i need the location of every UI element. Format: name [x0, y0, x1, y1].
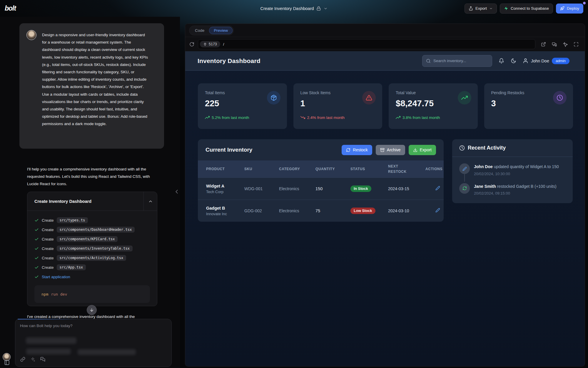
- blurred-suggestion: [26, 337, 76, 344]
- step-file[interactable]: src/types.ts: [57, 217, 88, 223]
- export-button[interactable]: Export: [465, 4, 497, 14]
- panel-left-icon[interactable]: [4, 360, 10, 365]
- tab-code[interactable]: Code: [190, 27, 209, 34]
- command-npm: npm: [41, 292, 48, 296]
- edit-pencil-icon[interactable]: [435, 208, 440, 213]
- trending-down-icon: [300, 115, 305, 120]
- activity-action: restocked Gadget B (+100 units): [497, 184, 557, 189]
- step-file[interactable]: src/components/ActivityLog.tsx: [57, 255, 126, 261]
- step-file[interactable]: src/components/DashboardHeader.tsx: [57, 227, 135, 233]
- column-header: STATUS: [350, 167, 388, 171]
- search-box: [422, 55, 492, 67]
- check-icon: [34, 275, 39, 279]
- editor-tabs-row: Code Preview: [185, 24, 585, 37]
- bell-icon[interactable]: [499, 58, 504, 64]
- edit-pencil-icon[interactable]: [435, 186, 440, 190]
- collapse-plan-button[interactable]: [143, 192, 157, 211]
- step-file[interactable]: src/App.tsx: [57, 264, 86, 270]
- deploy-button[interactable]: Deploy: [556, 4, 583, 14]
- step-action: Create: [42, 265, 54, 270]
- command-args: run dev: [51, 292, 67, 296]
- page-title: Inventory Dashboard: [198, 57, 260, 64]
- supabase-label: Connect to Supabase: [511, 6, 549, 11]
- download-icon: [413, 148, 417, 152]
- table-header: PRODUCT SKU CATEGORY QUANTITY STATUS NEX…: [198, 160, 444, 178]
- archive-icon: [380, 148, 385, 152]
- fullscreen-icon[interactable]: [574, 42, 579, 47]
- kpi-card-pending-restocks: Pending Restocks 3: [484, 83, 573, 129]
- sparkles-icon[interactable]: [30, 357, 35, 362]
- chat-icon[interactable]: [40, 357, 45, 362]
- kpi-trend: 3.8% from last month: [396, 115, 471, 120]
- next-restock-date: 2024-03-15: [388, 186, 425, 191]
- status-badge: Low Stock: [350, 208, 375, 214]
- activity-user: Jane Smith: [474, 184, 496, 189]
- collapse-chat-chevron-icon[interactable]: [173, 188, 180, 195]
- product-category: Electronics: [279, 186, 315, 191]
- kpi-trend: 5.2% from last month: [205, 115, 280, 120]
- edit-pencil-icon: [459, 163, 470, 174]
- archive-button[interactable]: Archive: [376, 145, 405, 155]
- timeline-connector: [464, 174, 465, 182]
- step-action: Create: [42, 256, 54, 260]
- external-link-icon[interactable]: [541, 42, 546, 47]
- search-input[interactable]: [433, 59, 488, 63]
- dashboard-content: Total Items 225 5.2% from last month Low…: [185, 71, 585, 222]
- check-icon: [34, 246, 39, 251]
- topbar-actions: Export Connect to Supabase Deploy: [465, 4, 583, 14]
- export-csv-button[interactable]: Export: [409, 145, 436, 155]
- chevron-down-icon[interactable]: [324, 6, 328, 11]
- step-file[interactable]: src/components/KPICard.tsx: [57, 236, 118, 242]
- start-application-link[interactable]: Start application: [42, 275, 70, 279]
- check-icon: [34, 256, 39, 260]
- kpi-row: Total Items 225 5.2% from last month Low…: [198, 83, 573, 129]
- preview-shell: Code Preview 5173 / Inven: [185, 24, 585, 367]
- step-file[interactable]: src/components/InventoryTable.tsx: [57, 246, 133, 251]
- plan-step: Create src/App.tsx: [34, 263, 150, 272]
- chat-input-panel: [15, 319, 172, 367]
- bolt-workspace: bolt Create Inventory Dashboard Export C…: [0, 0, 588, 368]
- bulk-actions: Restock Archive Export: [342, 145, 436, 155]
- archive-label: Archive: [387, 147, 401, 152]
- product-name: Gadget B: [206, 206, 244, 210]
- share-icon: [469, 6, 473, 11]
- activity-user: John Doe: [474, 164, 493, 169]
- connect-supabase-button[interactable]: Connect to Supabase: [500, 4, 553, 14]
- check-icon: [34, 228, 39, 232]
- product-supplier: Innovate Inc: [206, 212, 244, 216]
- pointer-off-icon[interactable]: [563, 42, 568, 47]
- kpi-trend-text: 5.2% from last month: [212, 115, 249, 120]
- dark-mode-toggle-moon-icon[interactable]: [511, 58, 516, 64]
- kpi-card-low-stock: Low Stock Items 1 2.4% from last month: [293, 83, 382, 129]
- devices-icon[interactable]: [552, 42, 557, 47]
- user-name: John Doe: [531, 59, 549, 63]
- restock-label: Restock: [353, 147, 368, 152]
- export-label: Export: [475, 6, 487, 11]
- step-action: Create: [42, 246, 54, 251]
- port-badge[interactable]: 5173: [200, 41, 220, 47]
- check-icon: [34, 218, 39, 223]
- current-inventory-panel: Current Inventory Restock Archive: [198, 139, 444, 222]
- activity-list: John Doe updated quantity of Widget A to…: [452, 157, 573, 203]
- product-supplier: Tech Corp: [206, 190, 244, 194]
- column-header: PRODUCT: [206, 167, 244, 171]
- refresh-icon[interactable]: [189, 42, 194, 47]
- product-quantity: 75: [315, 208, 350, 213]
- tab-preview[interactable]: Preview: [209, 27, 233, 34]
- plug-icon: [203, 42, 207, 46]
- restock-button[interactable]: Restock: [342, 145, 372, 155]
- package-icon: [267, 91, 280, 105]
- product-quantity: 150: [315, 186, 350, 191]
- url-input[interactable]: 5173 /: [198, 39, 535, 49]
- link-icon[interactable]: [20, 357, 25, 362]
- user-menu[interactable]: John Doe admin: [523, 58, 569, 64]
- plan-steps: Create src/types.ts Create src/component…: [27, 211, 157, 281]
- refresh-icon: [346, 148, 350, 152]
- assistant-intro-text: I'll help you create a comprehensive inv…: [27, 165, 162, 188]
- deploy-label: Deploy: [567, 6, 579, 11]
- plan-step: Create src/components/KPICard.tsx: [34, 234, 150, 244]
- scroll-to-bottom-button[interactable]: [87, 305, 97, 315]
- user-prompt-text: Design a responsive and user-friendly in…: [42, 31, 148, 128]
- project-title-group[interactable]: Create Inventory Dashboard: [260, 0, 328, 17]
- recent-activity-panel: Recent Activity John Doe updated quantit…: [452, 139, 573, 203]
